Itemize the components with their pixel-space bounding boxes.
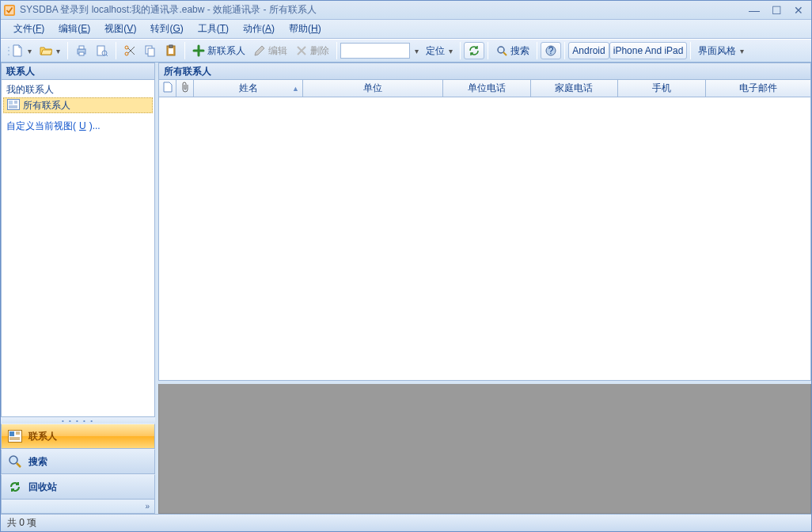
plus-icon: [192, 44, 205, 57]
column-type-icon[interactable]: [159, 80, 176, 97]
locate-label: 定位: [426, 44, 445, 58]
print-preview-icon: [96, 44, 108, 57]
edit-button[interactable]: 编辑: [249, 42, 291, 59]
new-contact-button[interactable]: 新联系人: [188, 42, 249, 59]
delete-label: 删除: [310, 44, 329, 58]
nav-contacts[interactable]: 联系人: [1, 424, 155, 449]
copy-button[interactable]: [140, 42, 161, 59]
refresh-icon: [468, 44, 480, 57]
toolbar: ⋮ ▾ ▾ 新联系人 编辑 删除 ▾ 定位▾ 搜索 ? Android iPho…: [1, 39, 811, 63]
maximize-button[interactable]: ☐: [767, 4, 786, 17]
statusbar: 共 0 项: [1, 514, 811, 531]
help-icon: ?: [544, 44, 557, 57]
column-company[interactable]: 单位: [303, 80, 443, 97]
menu-view[interactable]: 视图(V): [98, 21, 142, 37]
nav-search-label: 搜索: [28, 455, 47, 469]
svg-point-8: [125, 46, 128, 49]
column-work-phone[interactable]: 单位电话: [443, 80, 531, 97]
svg-rect-15: [169, 48, 173, 54]
android-button[interactable]: Android: [568, 42, 609, 59]
sidebar-grip[interactable]: • • • • •: [1, 417, 155, 424]
nav-footer[interactable]: »: [1, 500, 155, 514]
tree-all-contacts-label: 所有联系人: [23, 99, 70, 112]
column-name[interactable]: 姓名▲: [194, 80, 303, 97]
refresh-button[interactable]: [464, 42, 484, 59]
printer-icon: [75, 44, 88, 57]
content-header: 所有联系人: [158, 63, 811, 80]
new-file-button[interactable]: ▾: [7, 42, 36, 59]
print-preview-button[interactable]: [92, 42, 112, 59]
search-button[interactable]: 搜索: [491, 42, 533, 59]
svg-line-10: [128, 47, 135, 53]
tree-all-contacts[interactable]: 所有联系人: [3, 97, 153, 113]
svg-line-6: [106, 55, 108, 56]
grid-body[interactable]: [158, 97, 811, 381]
nav-search[interactable]: 搜索: [1, 449, 155, 474]
edit-label: 编辑: [268, 44, 287, 58]
grid-header: 姓名▲ 单位 单位电话 家庭电话 手机 电子邮件: [158, 80, 811, 97]
recycle-icon: [8, 480, 22, 494]
menu-tools[interactable]: 工具(T): [192, 21, 235, 37]
nav-contacts-label: 联系人: [28, 430, 57, 443]
menu-file[interactable]: 文件(F): [7, 21, 51, 37]
page-small-icon: [163, 82, 173, 95]
contacts-card-icon: [7, 99, 20, 112]
skin-label: 界面风格: [698, 44, 736, 58]
folder-open-icon: [40, 44, 52, 57]
nav-recycle-label: 回收站: [28, 481, 57, 494]
paste-button[interactable]: [161, 42, 181, 59]
svg-rect-12: [148, 48, 154, 56]
print-button[interactable]: [71, 42, 92, 59]
paperclip-icon: [180, 82, 190, 95]
titlebar: SYSDBA 登录到 localhost:我的通讯录.eabw - 效能通讯录 …: [1, 1, 811, 20]
window-title: SYSDBA 登录到 localhost:我的通讯录.eabw - 效能通讯录 …: [20, 3, 745, 17]
skin-button[interactable]: 界面风格▾: [694, 42, 748, 59]
svg-point-7: [125, 52, 128, 55]
svg-line-9: [128, 48, 135, 55]
column-attachment-icon[interactable]: [176, 80, 194, 97]
svg-point-16: [498, 47, 504, 53]
svg-rect-2: [79, 46, 84, 49]
customize-view-link[interactable]: 自定义当前视图(U)...: [2, 118, 154, 134]
page-icon: [11, 44, 24, 57]
close-button[interactable]: ✕: [789, 4, 808, 17]
locate-button[interactable]: ▾ 定位▾: [409, 42, 457, 59]
column-home-phone[interactable]: 家庭电话: [531, 80, 619, 97]
help-button[interactable]: ?: [541, 42, 561, 59]
sidebar-tree: 我的联系人 所有联系人 自定义当前视图(U)...: [1, 80, 155, 417]
svg-line-17: [503, 52, 507, 55]
copy-icon: [144, 44, 157, 57]
search-label: 搜索: [510, 44, 529, 58]
column-mobile[interactable]: 手机: [618, 80, 706, 97]
iphone-label: iPhone And iPad: [613, 45, 684, 56]
sidebar: 联系人 我的联系人 所有联系人 自定义当前视图(U)... • • • • • …: [1, 63, 158, 514]
cut-button[interactable]: [120, 42, 140, 59]
svg-rect-3: [79, 52, 84, 55]
new-contact-label: 新联系人: [207, 44, 245, 58]
menubar: 文件(F) 编辑(E) 视图(V) 转到(G) 工具(T) 动作(A) 帮助(H…: [1, 20, 811, 39]
iphone-button[interactable]: iPhone And iPad: [609, 42, 688, 59]
delete-icon: [295, 44, 308, 57]
svg-rect-21: [9, 101, 13, 104]
tree-my-contacts[interactable]: 我的联系人: [2, 82, 154, 97]
column-email[interactable]: 电子邮件: [706, 80, 810, 97]
nav-recycle[interactable]: 回收站: [1, 474, 155, 500]
svg-rect-27: [9, 431, 14, 436]
status-text: 共 0 项: [7, 516, 36, 530]
svg-text:?: ?: [548, 45, 554, 56]
menu-action[interactable]: 动作(A): [237, 21, 281, 37]
delete-button[interactable]: 删除: [291, 42, 333, 59]
menu-goto[interactable]: 转到(G): [144, 21, 189, 37]
sidebar-header: 联系人: [1, 63, 155, 80]
android-label: Android: [572, 45, 605, 56]
clipboard-icon: [165, 44, 177, 57]
pencil-icon: [253, 44, 266, 57]
open-button[interactable]: ▾: [36, 42, 64, 59]
locate-input[interactable]: [340, 43, 410, 59]
scissors-icon: [123, 44, 136, 57]
contacts-icon: [8, 429, 22, 443]
minimize-button[interactable]: —: [745, 4, 764, 17]
menu-help[interactable]: 帮助(H): [283, 21, 328, 37]
svg-line-33: [17, 463, 21, 467]
menu-edit[interactable]: 编辑(E): [52, 21, 97, 37]
